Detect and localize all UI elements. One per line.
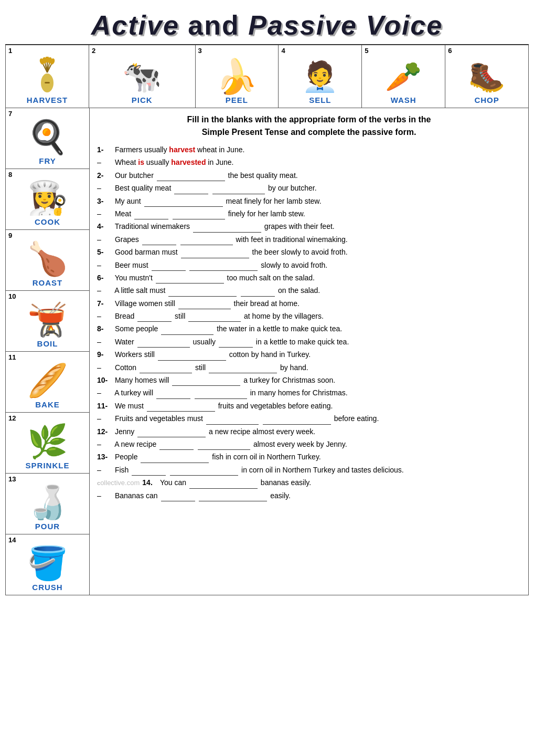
exercise-item-5b: – Beer must slowly to avoid froth. — [97, 259, 521, 271]
cell-number-5: 5 — [365, 47, 368, 55]
sidebar-number-8: 8 — [8, 171, 12, 178]
image-cell-6: 6 🥾 CHOP — [445, 45, 528, 108]
image-cell-4: 4 🧑‍💼 SELL — [279, 45, 362, 108]
left-sidebar: 7 🍳 FRY 8 👩‍🍳 COOK 9 🍗 ROAST 10 🫕 BOIL 1… — [6, 108, 90, 595]
page-title-area: Active and Passive Voice — [5, 5, 529, 45]
sidebar-label-14: CRUSH — [32, 583, 62, 592]
sidebar-label-8: COOK — [35, 217, 60, 226]
image-cell-2: 2 🐄 PICK — [89, 45, 196, 108]
exercise-title-line2: Simple Present Tense and complete the pa… — [202, 128, 416, 136]
cell-label-2: PICK — [132, 96, 153, 104]
svg-rect-11 — [45, 82, 50, 83]
sidebar-number-7: 7 — [8, 110, 12, 118]
exercise-area: Fill in the blanks with the appropriate … — [90, 108, 528, 595]
exercise-item-4b: – Grapes with feet in traditional winema… — [97, 234, 521, 245]
sidebar-label-13: POUR — [35, 522, 60, 531]
sidebar-item-8: 8 👩‍🍳 COOK — [6, 169, 89, 230]
cell-number-4: 4 — [281, 47, 285, 55]
exercise-item-13b: – Fish in corn oil in Northern Turkey an… — [97, 464, 521, 476]
exercise-item-5a: 5- Good barman must the beer slowly to a… — [97, 246, 521, 258]
exercise-items: 1- Farmers usually harvest wheat in June… — [97, 144, 521, 501]
exercise-item-3a: 3- My aunt meat finely for her lamb stew… — [97, 195, 521, 207]
sidebar-number-12: 12 — [8, 414, 16, 422]
cell-number-2: 2 — [92, 47, 95, 55]
exercise-item-3b: – Meat finely for her lamb stew. — [97, 208, 521, 219]
sidebar-label-11: BAKE — [35, 400, 60, 409]
cell-icon-harvest — [29, 57, 66, 93]
cell-icon-chop: 🥾 — [468, 59, 505, 93]
page-title: Active and Passive Voice — [91, 10, 443, 40]
image-cell-1: 1 HARVEST — [6, 45, 89, 108]
sidebar-icon-sprinkle: 🌿 — [27, 423, 68, 460]
exercise-item-14b: – Bananas can easily. — [97, 490, 521, 501]
exercise-item-2b: – Best quality meat by our butcher. — [97, 182, 521, 194]
sidebar-label-7: FRY — [39, 156, 56, 165]
sidebar-item-12: 12 🌿 SPRINKLE — [6, 413, 89, 474]
main-area: 7 🍳 FRY 8 👩‍🍳 COOK 9 🍗 ROAST 10 🫕 BOIL 1… — [5, 108, 529, 595]
exercise-item-11a: 11- We must fruits and vegetables before… — [97, 400, 521, 412]
exercise-item-8a: 8- Some people the water in a kettle to … — [97, 323, 521, 334]
sidebar-label-10: BOIL — [37, 339, 58, 348]
exercise-item-10b: – A turkey will in many homes for Christ… — [97, 387, 521, 398]
exercise-item-14a: collective.com 14. You can bananas easil… — [97, 477, 521, 489]
exercise-item-4a: 4- Traditional winemakers grapes with th… — [97, 220, 521, 232]
exercise-item-11b: – Fruits and vegetables must before eati… — [97, 413, 521, 424]
exercise-item-9a: 9- Workers still cotton by hand in Turke… — [97, 349, 521, 360]
image-cell-3: 3 🍌 PEEL — [196, 45, 279, 108]
sidebar-icon-boil: 🫕 — [27, 301, 68, 338]
cell-number-3: 3 — [198, 47, 202, 55]
exercise-item-6b: – A little salt must on the salad. — [97, 285, 521, 296]
cell-label-3: PEEL — [226, 96, 248, 104]
sidebar-number-9: 9 — [8, 232, 12, 239]
exercise-item-13a: 13- People fish in corn oil in Northern … — [97, 451, 521, 463]
cell-number-6: 6 — [448, 47, 452, 55]
exercise-item-10a: 10- Many homes will a turkey for Christm… — [97, 374, 521, 386]
image-cell-5: 5 🥕 WASH — [362, 45, 445, 108]
cell-icon-wash: 🥕 — [385, 59, 422, 93]
cell-icon-peel: 🍌 — [216, 59, 258, 93]
cell-label-5: WASH — [391, 96, 416, 104]
sidebar-item-13: 13 🍶 POUR — [6, 474, 89, 534]
exercise-item-12a: 12- Jenny a new recipe almost every week… — [97, 426, 521, 437]
cell-number-1: 1 — [8, 47, 12, 55]
cell-icon-pick: 🐄 — [122, 59, 162, 93]
top-image-row: 1 HARVEST 2 🐄 PICK — [5, 45, 529, 108]
sidebar-item-7: 7 🍳 FRY — [6, 108, 89, 169]
sidebar-label-9: ROAST — [33, 278, 63, 287]
sidebar-icon-cook: 👩‍🍳 — [27, 180, 68, 216]
exercise-item-6a: 6- You mustn't too much salt on the sala… — [97, 272, 521, 284]
sidebar-number-14: 14 — [8, 536, 16, 544]
sidebar-item-9: 9 🍗 ROAST — [6, 230, 89, 291]
exercise-item-8b: – Water usually in a kettle to make quic… — [97, 336, 521, 348]
sidebar-icon-bake: 🥖 — [27, 362, 68, 399]
sidebar-number-13: 13 — [8, 475, 16, 483]
exercise-item-9b: – Cotton still by hand. — [97, 362, 521, 373]
exercise-title: Fill in the blanks with the appropriate … — [97, 113, 521, 139]
sidebar-item-11: 11 🥖 BAKE — [6, 352, 89, 413]
sidebar-number-10: 10 — [8, 292, 16, 300]
exercise-item-2a: 2- Our butcher the best quality meat. — [97, 170, 521, 181]
cell-label-4: SELL — [309, 96, 331, 104]
exercise-title-line1: Fill in the blanks with the appropriate … — [187, 115, 431, 124]
exercise-item-7a: 7- Village women still their bread at ho… — [97, 298, 521, 309]
sidebar-item-14: 14 🪣 CRUSH — [6, 534, 89, 595]
cell-label-6: CHOP — [474, 96, 499, 104]
exercise-item-1a: 1- Farmers usually harvest wheat in June… — [97, 144, 521, 155]
sidebar-icon-roast: 🍗 — [27, 240, 68, 277]
cell-label-1: HARVEST — [27, 96, 68, 104]
sidebar-icon-pour: 🍶 — [27, 484, 68, 521]
sidebar-label-12: SPRINKLE — [26, 461, 70, 470]
sidebar-icon-fry: 🍳 — [27, 119, 68, 155]
cell-icon-sell: 🧑‍💼 — [302, 59, 338, 93]
exercise-item-1b: – Wheat is usually harvested in June. — [97, 156, 521, 168]
exercise-item-7b: – Bread still at home by the villagers. — [97, 310, 521, 322]
watermark-text: ollective.com — [100, 479, 140, 487]
sidebar-number-11: 11 — [8, 353, 16, 361]
exercise-item-12b: – A new recipe almost every week by Jenn… — [97, 438, 521, 450]
sidebar-icon-crush: 🪣 — [27, 545, 68, 582]
sidebar-item-10: 10 🫕 BOIL — [6, 291, 89, 352]
